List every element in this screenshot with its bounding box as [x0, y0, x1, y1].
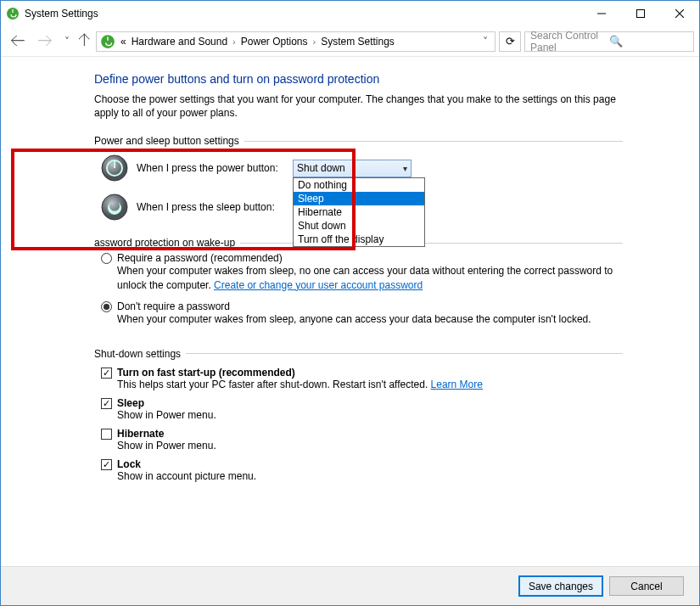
control-panel-icon: [100, 34, 115, 49]
radio-icon: [101, 301, 112, 312]
breadcrumb-seg-1[interactable]: Power Options: [241, 36, 308, 48]
close-button[interactable]: [660, 1, 699, 26]
require-password-label: Require a password (recommended): [117, 252, 283, 264]
checkbox-icon: [101, 459, 112, 470]
power-button-action-combo[interactable]: Shut down ▾ Do nothing Sleep Hibernate S…: [293, 160, 412, 177]
checkbox-icon: [101, 368, 112, 379]
power-button-row: When I press the power button: Shut down…: [94, 149, 623, 188]
chevron-right-icon: ›: [232, 36, 236, 47]
power-button-action-listbox[interactable]: Do nothing Sleep Hibernate Shut down Tur…: [293, 177, 425, 247]
radio-icon: [101, 253, 112, 264]
check-sleep[interactable]: Sleep: [101, 397, 623, 409]
search-icon: 🔍: [609, 35, 688, 48]
checkbox-icon: [101, 429, 112, 440]
svg-point-11: [102, 194, 127, 220]
group-header-shutdown: Shut-down settings: [94, 348, 623, 360]
no-password-label: Don't require a password: [117, 300, 230, 312]
maximize-button[interactable]: [621, 1, 660, 26]
breadcrumb[interactable]: « Hardware and Sound › Power Options › S…: [96, 31, 496, 52]
svg-rect-1: [12, 9, 13, 13]
require-password-desc: When your computer wakes from sleep, no …: [117, 264, 623, 291]
sleep-desc: Show in Power menu.: [117, 409, 623, 421]
refresh-icon: ⟳: [506, 35, 515, 48]
content-area: Define power buttons and turn on passwor…: [1, 57, 699, 566]
save-button[interactable]: Save changes: [519, 576, 602, 596]
breadcrumb-seg-2[interactable]: System Settings: [321, 36, 395, 48]
refresh-button[interactable]: ⟳: [499, 31, 521, 52]
combo-value: Shut down: [297, 162, 403, 174]
window-title: System Settings: [25, 8, 98, 20]
titlebar: System Settings: [1, 1, 699, 26]
radio-require-password[interactable]: Require a password (recommended): [101, 252, 623, 264]
nav-toolbar: 🡠 🡢 ˅ 🡡 « Hardware and Sound › Power Opt…: [1, 26, 699, 57]
no-password-desc: When your computer wakes from sleep, any…: [117, 312, 623, 326]
page-intro: Choose the power settings that you want …: [94, 93, 623, 120]
breadcrumb-seg-0[interactable]: Hardware and Sound: [132, 36, 227, 48]
maximize-icon: [636, 9, 645, 18]
footer-buttons: Save changes Cancel: [1, 566, 699, 605]
check-fast-startup[interactable]: Turn on fast start-up (recommended): [101, 367, 623, 379]
back-button[interactable]: 🡠: [6, 30, 30, 53]
breadcrumb-prefix: «: [120, 36, 126, 48]
checkbox-icon: [101, 398, 112, 409]
sleep-icon: [101, 194, 128, 221]
power-button-label: When I press the power button:: [137, 162, 293, 174]
close-icon: [675, 9, 684, 18]
option-do-nothing[interactable]: Do nothing: [294, 178, 424, 192]
svg-rect-3: [637, 10, 645, 18]
sleep-label: Sleep: [117, 397, 144, 409]
window-controls: [582, 1, 699, 26]
search-input[interactable]: Search Control Panel 🔍: [524, 31, 694, 52]
option-hibernate[interactable]: Hibernate: [294, 205, 424, 219]
svg-rect-7: [107, 36, 108, 41]
hibernate-label: Hibernate: [117, 428, 164, 440]
fast-startup-desc-text: This helps start your PC faster after sh…: [117, 379, 431, 390]
learn-more-link[interactable]: Learn More: [431, 379, 483, 390]
page-title: Define power buttons and turn on passwor…: [94, 72, 623, 86]
group-header-buttons-label: Power and sleep button settings: [94, 135, 239, 147]
check-lock[interactable]: Lock: [101, 458, 623, 470]
search-placeholder: Search Control Panel: [530, 30, 609, 53]
recent-dropdown[interactable]: ˅: [60, 30, 74, 53]
up-button[interactable]: 🡡: [77, 30, 92, 53]
group-header-password-label: assword protection on wake-up: [94, 237, 235, 249]
lock-desc: Show in account picture menu.: [117, 470, 623, 482]
chevron-down-icon: ▾: [403, 164, 407, 173]
option-turn-off-display[interactable]: Turn off the display: [294, 233, 424, 246]
chevron-right-icon: ›: [312, 36, 316, 47]
fast-startup-label: Turn on fast start-up (recommended): [117, 367, 295, 379]
check-hibernate[interactable]: Hibernate: [101, 428, 623, 440]
power-icon: [101, 154, 128, 182]
breadcrumb-dropdown-icon[interactable]: ˅: [479, 36, 491, 48]
option-sleep[interactable]: Sleep: [294, 192, 424, 205]
cancel-button[interactable]: Cancel: [609, 576, 684, 596]
power-options-icon: [6, 7, 20, 20]
group-header-shutdown-label: Shut-down settings: [94, 348, 181, 360]
create-password-link[interactable]: Create or change your user account passw…: [214, 279, 423, 291]
group-header-buttons: Power and sleep button settings: [94, 135, 623, 147]
radio-no-password[interactable]: Don't require a password: [101, 300, 623, 312]
lock-label: Lock: [117, 458, 141, 470]
minimize-icon: [597, 9, 606, 18]
fast-startup-desc: This helps start your PC faster after sh…: [117, 379, 623, 390]
option-shut-down[interactable]: Shut down: [294, 219, 424, 233]
sleep-button-label: When I press the sleep button:: [137, 201, 293, 213]
forward-button[interactable]: 🡢: [33, 30, 57, 53]
hibernate-desc: Show in Power menu.: [117, 440, 623, 452]
minimize-button[interactable]: [582, 1, 621, 26]
